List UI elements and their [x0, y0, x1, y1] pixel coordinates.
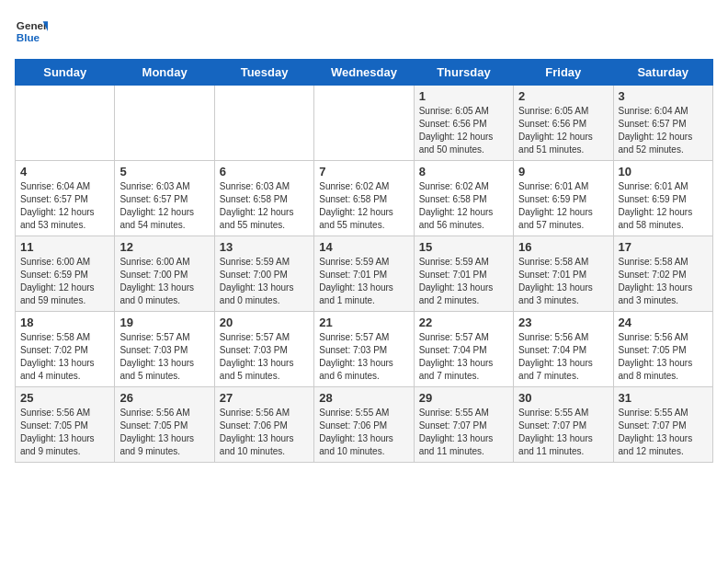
calendar-cell: 23Sunrise: 5:56 AM Sunset: 7:04 PM Dayli… [514, 312, 613, 387]
calendar-cell [115, 86, 214, 161]
day-info: Sunrise: 5:57 AM Sunset: 7:03 PM Dayligh… [220, 331, 309, 383]
day-info: Sunrise: 5:57 AM Sunset: 7:03 PM Dayligh… [319, 331, 408, 383]
day-number: 14 [319, 240, 408, 254]
calendar-cell: 15Sunrise: 5:59 AM Sunset: 7:01 PM Dayli… [414, 236, 513, 312]
weekday-header-monday: Monday [115, 60, 214, 86]
weekday-header-saturday: Saturday [613, 60, 712, 86]
calendar-cell: 26Sunrise: 5:56 AM Sunset: 7:05 PM Dayli… [115, 387, 214, 463]
calendar-cell: 4Sunrise: 6:04 AM Sunset: 6:57 PM Daylig… [16, 161, 115, 236]
day-info: Sunrise: 5:58 AM Sunset: 7:02 PM Dayligh… [619, 256, 708, 307]
day-info: Sunrise: 6:01 AM Sunset: 6:59 PM Dayligh… [619, 180, 708, 232]
page-header: General Blue [15, 15, 713, 48]
day-number: 18 [20, 316, 109, 329]
day-number: 12 [119, 240, 209, 254]
day-number: 26 [119, 391, 209, 405]
day-info: Sunrise: 6:00 AM Sunset: 7:00 PM Dayligh… [119, 256, 209, 307]
calendar-cell: 1Sunrise: 6:05 AM Sunset: 6:56 PM Daylig… [414, 86, 513, 161]
day-number: 6 [220, 165, 309, 178]
weekday-header-tuesday: Tuesday [214, 60, 313, 86]
day-number: 2 [518, 89, 608, 103]
day-info: Sunrise: 5:55 AM Sunset: 7:06 PM Dayligh… [319, 407, 408, 458]
week-row-4: 18Sunrise: 5:58 AM Sunset: 7:02 PM Dayli… [16, 312, 713, 387]
day-number: 19 [119, 316, 209, 329]
calendar-cell: 28Sunrise: 5:55 AM Sunset: 7:06 PM Dayli… [314, 387, 414, 463]
calendar-cell: 12Sunrise: 6:00 AM Sunset: 7:00 PM Dayli… [115, 236, 214, 312]
week-row-5: 25Sunrise: 5:56 AM Sunset: 7:05 PM Dayli… [16, 387, 713, 463]
day-number: 27 [220, 391, 309, 405]
day-info: Sunrise: 6:03 AM Sunset: 6:58 PM Dayligh… [220, 180, 309, 232]
day-info: Sunrise: 5:59 AM Sunset: 7:01 PM Dayligh… [319, 256, 408, 307]
calendar-cell: 8Sunrise: 6:02 AM Sunset: 6:58 PM Daylig… [414, 161, 513, 236]
day-info: Sunrise: 5:56 AM Sunset: 7:06 PM Dayligh… [220, 407, 309, 458]
calendar-cell [214, 86, 313, 161]
day-number: 10 [619, 165, 708, 178]
calendar-cell: 6Sunrise: 6:03 AM Sunset: 6:58 PM Daylig… [214, 161, 313, 236]
day-number: 4 [20, 165, 109, 178]
day-info: Sunrise: 5:58 AM Sunset: 7:01 PM Dayligh… [518, 256, 608, 307]
day-info: Sunrise: 5:56 AM Sunset: 7:05 PM Dayligh… [119, 407, 209, 458]
week-row-2: 4Sunrise: 6:04 AM Sunset: 6:57 PM Daylig… [16, 161, 713, 236]
day-info: Sunrise: 5:56 AM Sunset: 7:05 PM Dayligh… [619, 331, 708, 383]
day-number: 20 [220, 316, 309, 329]
calendar-cell: 10Sunrise: 6:01 AM Sunset: 6:59 PM Dayli… [613, 161, 712, 236]
calendar-cell: 16Sunrise: 5:58 AM Sunset: 7:01 PM Dayli… [514, 236, 613, 312]
day-number: 22 [419, 316, 508, 329]
day-info: Sunrise: 6:04 AM Sunset: 6:57 PM Dayligh… [619, 105, 708, 156]
day-number: 3 [619, 89, 708, 103]
calendar-cell: 21Sunrise: 5:57 AM Sunset: 7:03 PM Dayli… [314, 312, 414, 387]
calendar-cell: 2Sunrise: 6:05 AM Sunset: 6:56 PM Daylig… [514, 86, 613, 161]
calendar-cell: 29Sunrise: 5:55 AM Sunset: 7:07 PM Dayli… [414, 387, 513, 463]
day-number: 13 [220, 240, 309, 254]
calendar-cell [314, 86, 414, 161]
svg-text:General: General [17, 19, 48, 31]
calendar-cell: 24Sunrise: 5:56 AM Sunset: 7:05 PM Dayli… [613, 312, 712, 387]
day-info: Sunrise: 5:56 AM Sunset: 7:05 PM Dayligh… [20, 407, 109, 458]
calendar-cell: 5Sunrise: 6:03 AM Sunset: 6:57 PM Daylig… [115, 161, 214, 236]
day-info: Sunrise: 5:57 AM Sunset: 7:04 PM Dayligh… [419, 331, 508, 383]
day-info: Sunrise: 5:57 AM Sunset: 7:03 PM Dayligh… [119, 331, 209, 383]
day-number: 5 [119, 165, 209, 178]
day-info: Sunrise: 5:55 AM Sunset: 7:07 PM Dayligh… [619, 407, 708, 458]
day-number: 7 [319, 165, 408, 178]
week-row-3: 11Sunrise: 6:00 AM Sunset: 6:59 PM Dayli… [16, 236, 713, 312]
day-number: 17 [619, 240, 708, 254]
day-number: 21 [319, 316, 408, 329]
weekday-header-sunday: Sunday [16, 60, 115, 86]
day-number: 15 [419, 240, 508, 254]
calendar-table: SundayMondayTuesdayWednesdayThursdayFrid… [15, 59, 713, 463]
logo: General Blue [15, 15, 48, 48]
week-row-1: 1Sunrise: 6:05 AM Sunset: 6:56 PM Daylig… [16, 86, 713, 161]
weekday-header-row: SundayMondayTuesdayWednesdayThursdayFrid… [16, 60, 713, 86]
day-number: 9 [518, 165, 608, 178]
calendar-cell: 27Sunrise: 5:56 AM Sunset: 7:06 PM Dayli… [214, 387, 313, 463]
calendar-cell: 13Sunrise: 5:59 AM Sunset: 7:00 PM Dayli… [214, 236, 313, 312]
day-number: 30 [518, 391, 608, 405]
day-number: 28 [319, 391, 408, 405]
day-info: Sunrise: 6:01 AM Sunset: 6:59 PM Dayligh… [518, 180, 608, 232]
calendar-cell: 30Sunrise: 5:55 AM Sunset: 7:07 PM Dayli… [514, 387, 613, 463]
day-info: Sunrise: 5:55 AM Sunset: 7:07 PM Dayligh… [518, 407, 608, 458]
calendar-cell: 9Sunrise: 6:01 AM Sunset: 6:59 PM Daylig… [514, 161, 613, 236]
day-number: 31 [619, 391, 708, 405]
calendar-cell: 20Sunrise: 5:57 AM Sunset: 7:03 PM Dayli… [214, 312, 313, 387]
day-number: 24 [619, 316, 708, 329]
day-number: 1 [419, 89, 508, 103]
calendar-cell: 14Sunrise: 5:59 AM Sunset: 7:01 PM Dayli… [314, 236, 414, 312]
day-info: Sunrise: 5:59 AM Sunset: 7:00 PM Dayligh… [220, 256, 309, 307]
calendar-cell [16, 86, 115, 161]
day-info: Sunrise: 6:02 AM Sunset: 6:58 PM Dayligh… [319, 180, 408, 232]
day-info: Sunrise: 5:56 AM Sunset: 7:04 PM Dayligh… [518, 331, 608, 383]
calendar-cell: 31Sunrise: 5:55 AM Sunset: 7:07 PM Dayli… [613, 387, 712, 463]
calendar-cell: 25Sunrise: 5:56 AM Sunset: 7:05 PM Dayli… [16, 387, 115, 463]
calendar-cell: 11Sunrise: 6:00 AM Sunset: 6:59 PM Dayli… [16, 236, 115, 312]
day-info: Sunrise: 6:00 AM Sunset: 6:59 PM Dayligh… [20, 256, 109, 307]
day-number: 23 [518, 316, 608, 329]
weekday-header-wednesday: Wednesday [314, 60, 414, 86]
calendar-cell: 19Sunrise: 5:57 AM Sunset: 7:03 PM Dayli… [115, 312, 214, 387]
calendar-cell: 22Sunrise: 5:57 AM Sunset: 7:04 PM Dayli… [414, 312, 513, 387]
calendar-cell: 3Sunrise: 6:04 AM Sunset: 6:57 PM Daylig… [613, 86, 712, 161]
day-number: 16 [518, 240, 608, 254]
calendar-cell: 7Sunrise: 6:02 AM Sunset: 6:58 PM Daylig… [314, 161, 414, 236]
calendar-cell: 17Sunrise: 5:58 AM Sunset: 7:02 PM Dayli… [613, 236, 712, 312]
day-number: 8 [419, 165, 508, 178]
